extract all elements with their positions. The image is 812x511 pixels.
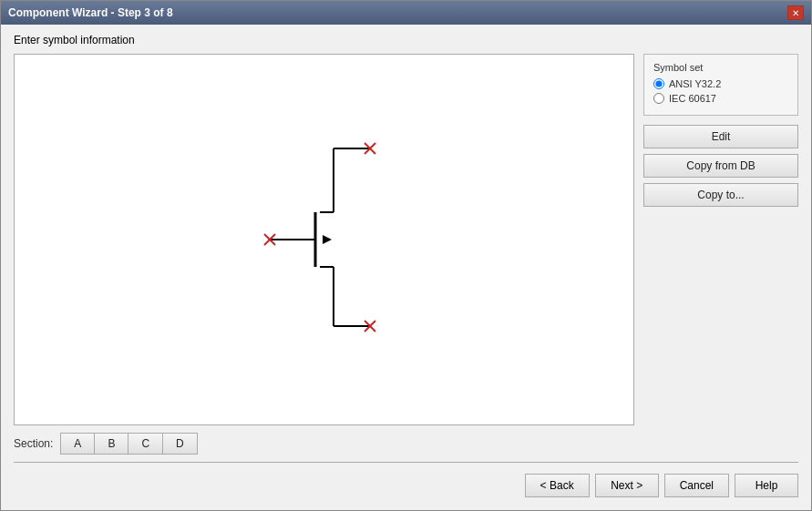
main-area: Symbol set ANSI Y32.2 IEC 60617 Edit Cop…: [14, 54, 798, 425]
edit-button[interactable]: Edit: [643, 125, 798, 148]
main-window: Component Wizard - Step 3 of 8 ✕ Enter s…: [0, 0, 812, 511]
close-button[interactable]: ✕: [787, 5, 804, 20]
instruction-label: Enter symbol information: [14, 34, 798, 46]
copy-to-button[interactable]: Copy to...: [643, 183, 798, 207]
back-button[interactable]: < Back: [525, 474, 590, 497]
ansi-label: ANSI Y32.2: [669, 78, 721, 89]
transistor-symbol: [252, 139, 397, 340]
copy-from-db-button[interactable]: Copy from DB: [643, 154, 798, 178]
right-panel: Symbol set ANSI Y32.2 IEC 60617 Edit Cop…: [643, 54, 798, 425]
iec-radio-option[interactable]: IEC 60617: [653, 93, 788, 104]
section-tab-b[interactable]: B: [95, 433, 128, 455]
divider: [14, 462, 798, 463]
section-tab-c[interactable]: C: [128, 433, 163, 455]
content-area: Enter symbol information: [1, 25, 811, 510]
bottom-area: < Back Next > Cancel Help: [14, 455, 798, 501]
title-bar: Component Wizard - Step 3 of 8 ✕: [1, 1, 811, 25]
iec-label: IEC 60617: [669, 93, 716, 104]
section-tab-a[interactable]: A: [60, 433, 95, 455]
ansi-radio[interactable]: [653, 78, 664, 89]
symbol-canvas: [14, 54, 634, 425]
ansi-radio-option[interactable]: ANSI Y32.2: [653, 78, 788, 89]
section-label: Section:: [14, 437, 53, 450]
svg-marker-10: [323, 235, 332, 244]
symbol-set-label: Symbol set: [653, 62, 788, 73]
section-tab-d[interactable]: D: [163, 433, 198, 455]
help-button[interactable]: Help: [735, 474, 798, 497]
section-bar: Section: A B C D: [14, 433, 798, 455]
bottom-buttons: < Back Next > Cancel Help: [14, 470, 798, 501]
next-button[interactable]: Next >: [595, 474, 659, 497]
iec-radio[interactable]: [653, 93, 664, 104]
title-bar-controls: ✕: [787, 5, 804, 20]
cancel-button[interactable]: Cancel: [664, 474, 729, 497]
window-title: Component Wizard - Step 3 of 8: [8, 6, 173, 19]
symbol-set-group: Symbol set ANSI Y32.2 IEC 60617: [643, 54, 798, 116]
